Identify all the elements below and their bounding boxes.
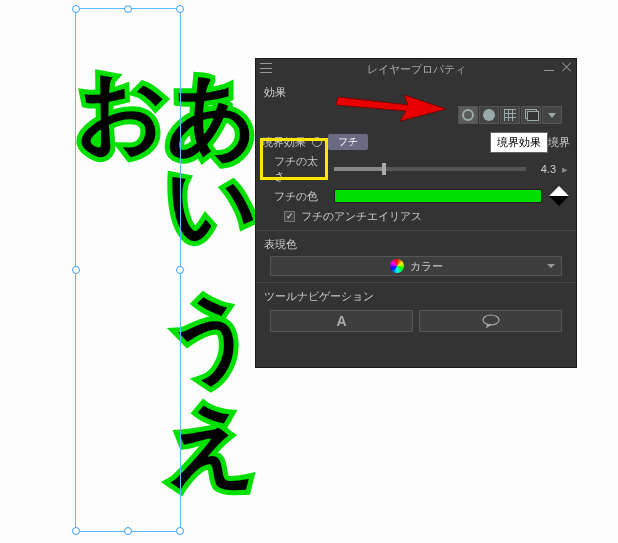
layer-properties-panel: レイヤープロパティ 効果 境界効果 フチ 水彩境界 フチの太さ 4.3 ▸ (255, 58, 577, 368)
antialias-label: フチのアンチエイリアス (301, 209, 422, 224)
speech-bubble-tool-button[interactable] (419, 310, 562, 332)
outline-color-swatch[interactable] (334, 189, 542, 203)
panel-title-text: レイヤープロパティ (367, 62, 466, 77)
vertical-text[interactable]: あいうえお (78, 10, 258, 530)
expression-dropdown-value: カラー (410, 259, 443, 274)
canvas-area: あいうえお (0, 0, 260, 543)
tooltip: 境界効果 (490, 132, 548, 153)
circle-fill-icon (483, 109, 495, 121)
spinner-icon[interactable]: ▸ (562, 163, 570, 176)
boundary-pill[interactable]: フチ (328, 134, 368, 150)
color-wheel-icon (390, 259, 404, 273)
effect-grid-button[interactable] (500, 106, 520, 124)
color-picker-icon[interactable] (549, 186, 569, 206)
effect-more-button[interactable] (542, 106, 562, 124)
effect-layers-button[interactable] (521, 106, 541, 124)
panel-titlebar[interactable]: レイヤープロパティ (256, 59, 576, 79)
grid-icon (504, 109, 516, 121)
layers-icon (525, 109, 537, 121)
boundary-effect-label: 境界効果 (262, 135, 306, 150)
expression-color-label: 表現色 (262, 233, 570, 254)
speech-bubble-icon (482, 314, 500, 328)
tooltip-text: 境界効果 (497, 136, 541, 148)
tool-navigation-label: ツールナビゲーション (262, 285, 570, 306)
chevron-down-icon (547, 264, 555, 268)
color-row: フチの色 (256, 186, 576, 206)
effect-section-label: 効果 (262, 81, 570, 102)
expression-color-dropdown[interactable]: カラー (270, 256, 562, 276)
text-object[interactable]: あいうえお (78, 10, 178, 530)
chevron-down-icon (548, 113, 556, 118)
svg-point-0 (483, 315, 499, 325)
minimize-icon[interactable] (544, 61, 554, 71)
antialias-checkbox[interactable]: ✓ (284, 211, 295, 222)
color-label: フチの色 (274, 189, 328, 204)
close-icon[interactable] (562, 61, 572, 71)
effect-boundary-button[interactable] (458, 106, 478, 124)
thickness-row: フチの太さ 4.3 ▸ (256, 152, 576, 186)
antialias-row: ✓ フチのアンチエイリアス (256, 206, 576, 226)
text-a-icon: A (336, 313, 346, 329)
circle-outline-icon (462, 109, 474, 121)
effect-tone-button[interactable] (479, 106, 499, 124)
circle-outline-icon (312, 137, 322, 147)
text-tool-button[interactable]: A (270, 310, 413, 332)
thickness-label: フチの太さ (274, 154, 328, 184)
effect-icon-row (262, 102, 570, 130)
panel-menu-icon[interactable] (260, 63, 272, 73)
thickness-slider[interactable] (334, 167, 526, 171)
thickness-value[interactable]: 4.3 (532, 163, 556, 175)
